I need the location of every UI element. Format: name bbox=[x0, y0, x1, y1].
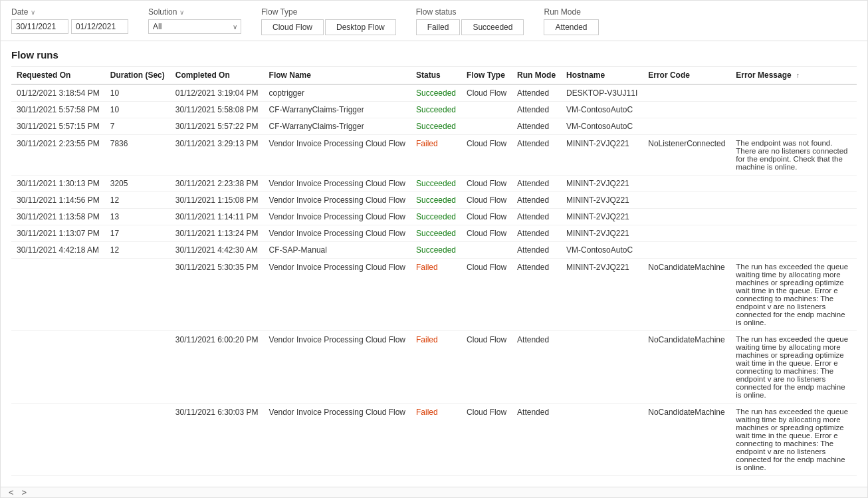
cell-completed-on: 30/11/2021 1:13:24 PM bbox=[170, 225, 264, 242]
cell-requested-on: 30/11/2021 1:14:56 PM bbox=[11, 192, 105, 209]
solution-select[interactable]: All bbox=[148, 19, 241, 34]
col-hostname: Hostname bbox=[561, 66, 643, 84]
content-area: Flow runs Requested On Duration (Sec) Co… bbox=[1, 41, 867, 487]
cell-error-message: The run has exceeded the queue waiting t… bbox=[730, 259, 857, 331]
cell-flow-type: Cloud Flow bbox=[461, 404, 512, 476]
table-row: 30/11/2021 2:23:55 PM 7836 30/11/2021 3:… bbox=[11, 135, 857, 176]
run-mode-filter-group: Run Mode Attended bbox=[544, 7, 598, 35]
date-chevron-icon: ∨ bbox=[31, 9, 35, 16]
cell-flow-name: Vendor Invoice Processing Cloud Flow bbox=[264, 135, 411, 176]
cell-requested-on bbox=[11, 404, 105, 476]
cell-flow-type bbox=[461, 242, 512, 259]
flow-type-toggle-group: Cloud Flow Desktop Flow bbox=[261, 19, 396, 35]
filter-bar: Date ∨ Solution ∨ All Flow Type bbox=[1, 1, 867, 41]
solution-label-text: Solution bbox=[148, 7, 177, 17]
cell-requested-on: 30/11/2021 1:13:58 PM bbox=[11, 209, 105, 225]
date-filter-label: Date ∨ bbox=[11, 7, 128, 17]
col-flow-type: Flow Type bbox=[461, 66, 512, 84]
cell-error-code bbox=[643, 225, 730, 242]
cell-error-message bbox=[730, 176, 857, 192]
cell-hostname: MININT-2VJQ221 bbox=[561, 176, 643, 192]
flow-status-failed-btn[interactable]: Failed bbox=[416, 19, 461, 35]
cell-requested-on: 30/11/2021 1:30:13 PM bbox=[11, 176, 105, 192]
run-mode-attended-btn[interactable]: Attended bbox=[544, 19, 598, 35]
table-row: 30/11/2021 1:30:13 PM 3205 30/11/2021 2:… bbox=[11, 176, 857, 192]
table-row: 30/11/2021 1:13:58 PM 13 30/11/2021 1:14… bbox=[11, 209, 857, 225]
flow-type-cloud-btn[interactable]: Cloud Flow bbox=[261, 19, 324, 35]
cell-duration bbox=[105, 331, 170, 404]
scroll-left-btn[interactable]: < bbox=[6, 487, 17, 497]
table-row: 30/11/2021 5:30:35 PM Vendor Invoice Pro… bbox=[11, 259, 857, 331]
cell-run-mode: Attended bbox=[512, 176, 561, 192]
flow-status-succeeded-btn[interactable]: Succeeded bbox=[461, 19, 524, 35]
scroll-indicator: < > bbox=[6, 487, 29, 497]
cell-flow-type bbox=[461, 102, 512, 118]
cell-hostname bbox=[561, 404, 643, 476]
cell-run-mode: Attended bbox=[512, 259, 561, 331]
flow-status-toggle-group: Failed Succeeded bbox=[416, 19, 524, 35]
table-container[interactable]: Requested On Duration (Sec) Completed On… bbox=[11, 66, 857, 487]
cell-error-code bbox=[643, 242, 730, 259]
cell-error-code: NoCandidateMachine bbox=[643, 259, 730, 331]
cell-run-mode: Attended bbox=[512, 225, 561, 242]
cell-flow-type: Cloud Flow bbox=[461, 192, 512, 209]
cell-flow-name: Vendor Invoice Processing Cloud Flow bbox=[264, 259, 411, 331]
table-row: 30/11/2021 5:57:15 PM 7 30/11/2021 5:57:… bbox=[11, 118, 857, 135]
cell-run-mode: Attended bbox=[512, 84, 561, 102]
cell-requested-on bbox=[11, 331, 105, 404]
cell-duration: 3205 bbox=[105, 176, 170, 192]
bottom-bar: < > bbox=[1, 487, 867, 497]
cell-requested-on: 30/11/2021 1:13:07 PM bbox=[11, 225, 105, 242]
cell-error-code bbox=[643, 84, 730, 102]
cell-run-mode: Attended bbox=[512, 209, 561, 225]
scroll-right-btn[interactable]: > bbox=[19, 487, 30, 497]
table-header-row: Requested On Duration (Sec) Completed On… bbox=[11, 66, 857, 84]
date-start-input[interactable] bbox=[11, 19, 68, 34]
table-row: 30/11/2021 6:30:03 PM Vendor Invoice Pro… bbox=[11, 404, 857, 476]
cell-flow-name: Vendor Invoice Processing Cloud Flow bbox=[264, 404, 411, 476]
cell-hostname bbox=[561, 331, 643, 404]
cell-duration bbox=[105, 259, 170, 331]
cell-completed-on: 30/11/2021 6:00:20 PM bbox=[170, 331, 264, 404]
cell-completed-on: 30/11/2021 3:29:13 PM bbox=[170, 135, 264, 176]
cell-error-message bbox=[730, 209, 857, 225]
date-filter-group: Date ∨ bbox=[11, 7, 128, 34]
cell-duration: 7836 bbox=[105, 135, 170, 176]
col-duration: Duration (Sec) bbox=[105, 66, 170, 84]
cell-status: Failed bbox=[411, 331, 461, 404]
cell-error-code: NoCandidateMachine bbox=[643, 404, 730, 476]
cell-completed-on: 30/11/2021 5:30:35 PM bbox=[170, 259, 264, 331]
cell-flow-type: Cloud Flow bbox=[461, 176, 512, 192]
cell-status: Succeeded bbox=[411, 192, 461, 209]
cell-flow-type: Cloud Flow bbox=[461, 331, 512, 404]
flow-type-filter-group: Flow Type Cloud Flow Desktop Flow bbox=[261, 7, 396, 35]
cell-status: Failed bbox=[411, 259, 461, 331]
flow-status-filter-group: Flow status Failed Succeeded bbox=[416, 7, 524, 35]
cell-hostname: MININT-2VJQ221 bbox=[561, 192, 643, 209]
date-end-input[interactable] bbox=[71, 19, 128, 34]
cell-status: Failed bbox=[411, 135, 461, 176]
cell-error-message bbox=[730, 192, 857, 209]
cell-error-message bbox=[730, 84, 857, 102]
cell-status: Succeeded bbox=[411, 118, 461, 135]
table-row: 30/11/2021 4:42:18 AM 12 30/11/2021 4:42… bbox=[11, 242, 857, 259]
cell-duration bbox=[105, 404, 170, 476]
cell-run-mode: Attended bbox=[512, 242, 561, 259]
cell-hostname: VM-ContosoAutoC bbox=[561, 242, 643, 259]
cell-error-message: The run has exceeded the queue waiting t… bbox=[730, 331, 857, 404]
cell-flow-type: Cloud Flow bbox=[461, 209, 512, 225]
flow-type-desktop-btn[interactable]: Desktop Flow bbox=[325, 19, 396, 35]
cell-flow-name: coptrigger bbox=[264, 84, 411, 102]
cell-status: Succeeded bbox=[411, 209, 461, 225]
cell-flow-type: Cloud Flow bbox=[461, 225, 512, 242]
cell-completed-on: 30/11/2021 2:23:38 PM bbox=[170, 176, 264, 192]
cell-flow-type: Cloud Flow bbox=[461, 135, 512, 176]
col-completed-on: Completed On bbox=[170, 66, 264, 84]
cell-flow-name: Vendor Invoice Processing Cloud Flow bbox=[264, 331, 411, 404]
cell-error-message: The endpoint was not found. There are no… bbox=[730, 135, 857, 176]
cell-duration: 10 bbox=[105, 84, 170, 102]
cell-requested-on: 30/11/2021 2:23:55 PM bbox=[11, 135, 105, 176]
cell-error-code bbox=[643, 176, 730, 192]
cell-error-code: NoListenerConnected bbox=[643, 135, 730, 176]
col-run-mode: Run Mode bbox=[512, 66, 561, 84]
